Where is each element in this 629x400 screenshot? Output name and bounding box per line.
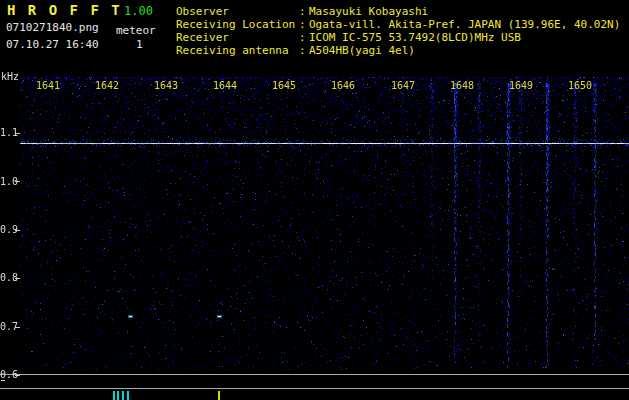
time-tick-label: 1643: [152, 80, 180, 91]
info-value: ICOM IC-575 53.7492(8LCD)MHz USB: [309, 31, 521, 44]
mode-label: meteor: [116, 24, 156, 37]
time-tick-label: 1644: [211, 80, 239, 91]
time-tick-label: 1647: [389, 80, 417, 91]
freq-tick-label: 1.1: [0, 127, 15, 138]
info-separator: :: [299, 31, 309, 44]
info-label: Receiving antenna: [176, 44, 299, 57]
time-tick-label: 1650: [566, 80, 594, 91]
spectrogram-canvas: [0, 70, 629, 400]
freq-tick-label: 0.7: [0, 321, 15, 332]
info-row-antenna: Receiving antenna:A504HB(yagi 4el): [176, 44, 620, 57]
info-row-location: Receiving Location:Ogata-vill. Akita-Pre…: [176, 18, 620, 31]
time-tick-label: 1645: [270, 80, 298, 91]
info-label: Observer: [176, 5, 299, 18]
time-tick-label: 1642: [93, 80, 121, 91]
info-separator: :: [299, 18, 309, 31]
info-value: Masayuki Kobayashi: [309, 5, 428, 18]
app-title: H R O F F T: [7, 2, 122, 18]
freq-axis-unit: kHz: [1, 71, 18, 82]
info-label: Receiver: [176, 31, 299, 44]
datetime-label: 07.10.27 16:40: [6, 38, 99, 51]
freq-tick-label: 1.0: [0, 176, 15, 187]
freq-tick-label: 0.9: [0, 224, 15, 235]
time-tick-label: 1641: [34, 80, 62, 91]
app-version: 1.00: [124, 4, 153, 18]
time-tick-label: 1646: [329, 80, 357, 91]
freq-tick-label: 0.8: [0, 272, 15, 283]
output-filename: 0710271840.png: [6, 21, 99, 34]
info-separator: :: [299, 44, 309, 57]
info-separator: :: [299, 5, 309, 18]
info-row-receiver: Receiver:ICOM IC-575 53.7492(8LCD)MHz US…: [176, 31, 620, 44]
hrofft-screen: H R O F F T 1.00 0710271840.png meteor 0…: [0, 0, 629, 400]
info-label: Receiving Location: [176, 18, 299, 31]
meteor-count: 1: [136, 38, 143, 51]
station-info: Observer:Masayuki Kobayashi Receiving Lo…: [176, 5, 620, 57]
time-tick-label: 1649: [507, 80, 535, 91]
info-row-observer: Observer:Masayuki Kobayashi: [176, 5, 620, 18]
freq-tick-label: 0.6: [0, 369, 15, 380]
info-value: A504HB(yagi 4el): [309, 44, 415, 57]
time-tick-label: 1648: [448, 80, 476, 91]
info-value: Ogata-vill. Akita-Pref. JAPAN (139.96E, …: [309, 18, 620, 31]
